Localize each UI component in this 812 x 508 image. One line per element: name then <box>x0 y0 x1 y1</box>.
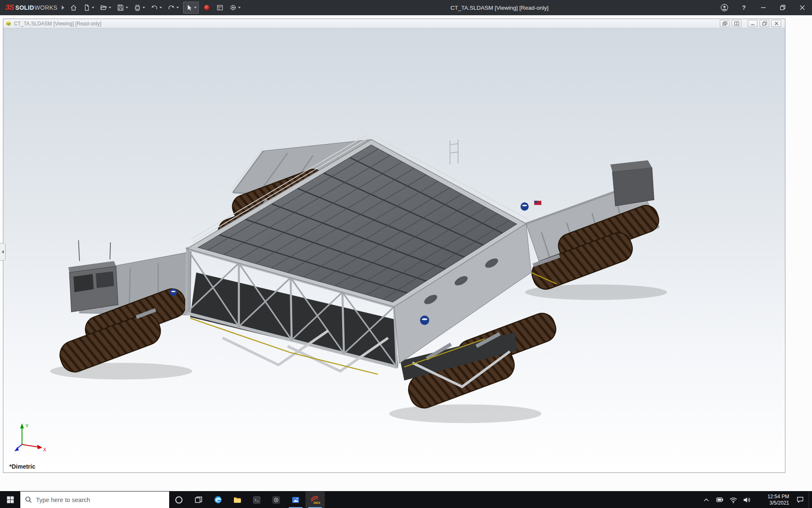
file-explorer-icon <box>233 496 242 504</box>
help-icon: ? <box>742 4 746 11</box>
app-titlebar: ЗS SOLID WORKS <box>0 0 812 15</box>
quick-access-toolbar <box>69 2 242 14</box>
windows-logo-icon <box>6 496 14 504</box>
select-tool-button[interactable] <box>183 2 199 14</box>
open-button[interactable] <box>99 2 112 14</box>
battery-button[interactable] <box>713 491 727 508</box>
document-window: CT_TA.SLDASM [Viewing] [Read-only] <box>3 19 785 473</box>
cortana-button[interactable] <box>169 491 189 508</box>
minimize-icon <box>750 21 755 26</box>
dropdown-chevron-icon[interactable] <box>238 7 241 8</box>
dropdown-chevron-icon[interactable] <box>194 7 197 8</box>
triad-y-label: Y <box>25 423 29 428</box>
redo-button[interactable] <box>166 2 180 14</box>
save-icon <box>117 4 124 11</box>
print-icon <box>134 4 141 11</box>
popout-icon <box>722 21 727 26</box>
action-center-button[interactable] <box>792 491 809 508</box>
dropdown-chevron-icon[interactable] <box>109 7 111 8</box>
view-orientation-label: *Dimetric <box>9 463 35 470</box>
photos-icon <box>291 496 300 504</box>
doc-restore-button[interactable] <box>760 20 769 27</box>
edge-icon <box>214 495 222 504</box>
cortana-icon <box>175 496 183 504</box>
battery-icon <box>716 496 724 504</box>
taskbar-app-photos[interactable] <box>286 491 305 508</box>
options-button[interactable] <box>228 2 242 14</box>
task-view-button[interactable] <box>189 491 208 508</box>
document-titlebar[interactable]: CT_TA.SLDASM [Viewing] [Read-only] <box>3 19 785 28</box>
taskbar-spacer <box>325 491 700 508</box>
minimize-icon <box>760 4 767 11</box>
doc-tile-button[interactable] <box>732 20 741 27</box>
tile-icon <box>734 21 739 26</box>
doc-minimize-button[interactable] <box>748 20 757 27</box>
windows-taskbar: 2021 12:54 PM 3/5/2021 <box>0 491 812 508</box>
orientation-triad: Y X <box>14 421 50 455</box>
design-library-button[interactable] <box>215 2 225 14</box>
app-window-title: CT_TA.SLDASM [Viewing] [Read-only] <box>450 5 549 11</box>
print-button[interactable] <box>132 2 146 14</box>
taskbar-clock[interactable]: 12:54 PM 3/5/2021 <box>754 491 792 508</box>
taskbar-app-file-explorer[interactable] <box>228 491 247 508</box>
screen: ЗS SOLID WORKS <box>0 0 812 508</box>
restore-icon <box>762 21 767 26</box>
minimize-button[interactable] <box>754 0 773 15</box>
home-button[interactable] <box>69 2 79 14</box>
dropdown-chevron-icon[interactable] <box>176 7 179 8</box>
media-player-icon <box>272 496 280 504</box>
taskbar-app-solidworks[interactable]: 2021 <box>305 491 325 508</box>
restore-button[interactable] <box>773 0 793 15</box>
search-input[interactable] <box>36 497 165 503</box>
doc-popout-button[interactable] <box>720 20 730 27</box>
dropdown-chevron-icon[interactable] <box>92 7 94 8</box>
operator-cab[interactable] <box>69 240 118 312</box>
featuremanager-collapsed-handle[interactable] <box>0 243 5 261</box>
start-button[interactable] <box>0 491 20 508</box>
graphics-viewport[interactable]: Y X *Dimetric <box>3 28 785 472</box>
task-view-icon <box>195 496 203 504</box>
open-folder-icon <box>100 4 107 11</box>
dropdown-chevron-icon[interactable] <box>143 7 145 8</box>
action-center-icon <box>796 496 804 504</box>
close-button[interactable] <box>793 0 812 15</box>
crawler-transporter-model[interactable] <box>3 28 785 472</box>
window-controls: ? <box>715 0 812 15</box>
appearance-button[interactable] <box>202 2 212 14</box>
rear-right-box[interactable] <box>610 160 654 206</box>
dropdown-chevron-icon[interactable] <box>159 7 162 8</box>
assembly-document-icon <box>5 21 11 26</box>
new-document-icon <box>83 4 91 11</box>
account-icon <box>720 3 729 12</box>
access-mast <box>450 140 458 165</box>
show-desktop-button[interactable] <box>809 491 812 508</box>
hidden-icons-button[interactable] <box>700 491 713 508</box>
taskbar-search[interactable] <box>20 491 169 508</box>
document-title: CT_TA.SLDASM [Viewing] [Read-only] <box>14 21 101 27</box>
speaker-icon <box>743 496 751 504</box>
solidworks-logo[interactable]: ЗS SOLID WORKS <box>5 3 58 12</box>
help-button[interactable]: ? <box>734 0 754 15</box>
network-button[interactable] <box>727 491 740 508</box>
new-document-button[interactable] <box>82 2 96 14</box>
solidworks-year-badge: 2021 <box>313 501 320 505</box>
close-icon <box>774 21 779 26</box>
close-icon <box>798 4 806 11</box>
undo-icon <box>151 4 158 11</box>
menu-flyout-arrow[interactable] <box>62 6 64 10</box>
taskbar-app-terminal[interactable] <box>247 491 266 508</box>
taskbar-app-edge[interactable] <box>208 491 228 508</box>
dropdown-chevron-icon[interactable] <box>126 7 128 8</box>
chevron-up-icon <box>702 496 710 504</box>
clock-date: 3/5/2021 <box>769 500 789 506</box>
document-window-controls <box>720 20 783 27</box>
restore-icon <box>779 4 787 11</box>
select-cursor-icon <box>185 4 193 11</box>
account-button[interactable] <box>715 0 734 15</box>
taskbar-app-media-player[interactable] <box>266 491 286 508</box>
save-button[interactable] <box>115 2 129 14</box>
volume-button[interactable] <box>740 491 754 508</box>
undo-button[interactable] <box>149 2 163 14</box>
red-sphere-icon <box>203 4 211 11</box>
doc-close-button[interactable] <box>771 20 781 27</box>
